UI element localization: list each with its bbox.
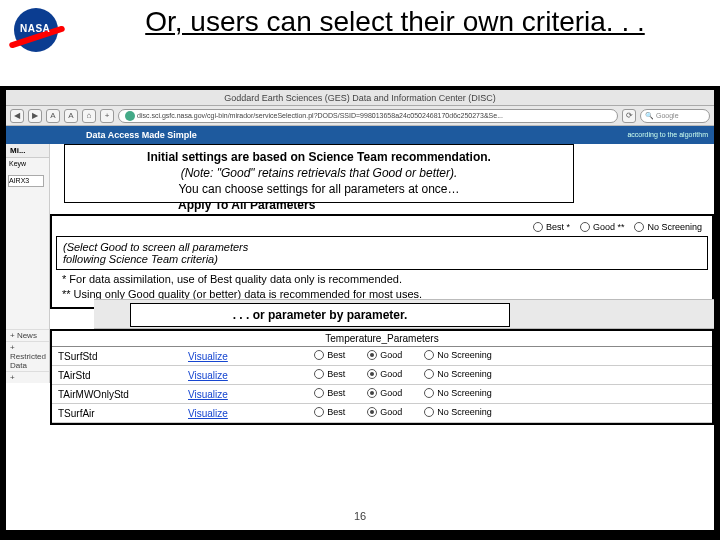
radio-label: Best [327, 388, 345, 398]
param-option[interactable]: Best [314, 369, 345, 379]
radio-label: Best [327, 350, 345, 360]
url-text: disc.sci.gsfc.nasa.gov/cgi-bin/mirador/s… [137, 112, 503, 119]
browser-toolbar: ◀ ▶ A A ⌂ + disc.sci.gsfc.nasa.gov/cgi-b… [6, 106, 714, 126]
table-row: TAirMWOnlyStdVisualizeBestGoodNo Screeni… [52, 385, 712, 404]
radio-icon [533, 222, 543, 232]
radio-icon [634, 222, 644, 232]
radio-label: Good [380, 388, 402, 398]
radio-icon [314, 388, 324, 398]
url-bar[interactable]: disc.sci.gsfc.nasa.gov/cgi-bin/mirador/s… [118, 109, 618, 123]
parameters-table: TSurfStdVisualizeBestGoodNo ScreeningTAi… [52, 347, 712, 423]
param-name: TAirStd [52, 366, 182, 385]
quality-note-best: * For data assimilation, use of Best qua… [56, 270, 708, 288]
param-option[interactable]: Good [367, 407, 402, 417]
radio-label: No Screening [437, 388, 492, 398]
param-option[interactable]: Good [367, 369, 402, 379]
table-row: TSurfAirVisualizeBestGoodNo Screening [52, 404, 712, 423]
nasa-logo: NASA [10, 8, 68, 56]
param-option[interactable]: Best [314, 407, 345, 417]
quality-option[interactable]: Good ** [580, 222, 625, 232]
quality-radios: Best *Good **No Screening [56, 220, 708, 236]
quality-option[interactable]: Best * [533, 222, 570, 232]
radio-icon [424, 407, 434, 417]
radio-icon [367, 407, 377, 417]
temp-section-heading: Temperature_Parameters [52, 331, 712, 347]
radio-icon [367, 369, 377, 379]
radio-label: Best [327, 369, 345, 379]
visualize-link[interactable]: Visualize [188, 408, 228, 419]
radio-icon [580, 222, 590, 232]
radio-icon [424, 388, 434, 398]
radio-label: No Screening [437, 407, 492, 417]
callout-line3: You can choose settings for all paramete… [73, 181, 565, 197]
radio-icon [314, 369, 324, 379]
quality-sub2: following Science Team criteria) [63, 253, 701, 265]
keyword-input[interactable] [8, 175, 44, 187]
table-row: TAirStdVisualizeBestGoodNo Screening [52, 366, 712, 385]
radio-label: Best [327, 407, 345, 417]
reload-button[interactable]: ⟳ [622, 109, 636, 123]
radio-icon [314, 407, 324, 417]
site-icon [125, 111, 135, 121]
radio-label: No Screening [437, 350, 492, 360]
param-option[interactable]: No Screening [424, 407, 492, 417]
nasa-logo-text: NASA [20, 23, 50, 34]
keyword-label: Keyw [6, 158, 49, 169]
quality-sub1: (Select Good to screen all parameters [63, 241, 701, 253]
banner-title: Data Access Made Simple [86, 130, 197, 140]
param-radios: BestGoodNo Screening [286, 404, 712, 423]
radio-label: No Screening [437, 369, 492, 379]
param-radios: BestGoodNo Screening [286, 347, 712, 366]
param-radios: BestGoodNo Screening [286, 385, 712, 404]
radio-icon [424, 350, 434, 360]
radio-icon [367, 388, 377, 398]
radio-label: Good ** [593, 222, 625, 232]
radio-label: Good [380, 407, 402, 417]
browser-search-input[interactable]: 🔍 Google [640, 109, 710, 123]
radio-label: No Screening [647, 222, 702, 232]
page-banner: Data Access Made Simple according to the… [6, 126, 714, 144]
radio-icon [424, 369, 434, 379]
forward-button[interactable]: ▶ [28, 109, 42, 123]
radio-icon [314, 350, 324, 360]
sidebar-item[interactable]: + Restricted Data [6, 341, 49, 371]
param-option[interactable]: No Screening [424, 350, 492, 360]
search-icon: 🔍 [645, 112, 654, 119]
browser-window: Goddard Earth Sciences (GES) Data and In… [6, 90, 714, 530]
visualize-link[interactable]: Visualize [188, 351, 228, 362]
param-name: TSurfAir [52, 404, 182, 423]
sidebar-head: Mi... [6, 144, 49, 158]
sidebar: Mi... Keyw + News+ Restricted Data+ [6, 144, 50, 383]
sidebar-item[interactable]: + News [6, 329, 49, 341]
window-titlebar: Goddard Earth Sciences (GES) Data and In… [6, 90, 714, 106]
quality-option[interactable]: No Screening [634, 222, 702, 232]
param-option[interactable]: Good [367, 350, 402, 360]
param-name: TSurfStd [52, 347, 182, 366]
temperature-parameters-section: Temperature_Parameters TSurfStdVisualize… [50, 329, 714, 425]
text-size-a-button[interactable]: A [46, 109, 60, 123]
table-row: TSurfStdVisualizeBestGoodNo Screening [52, 347, 712, 366]
callout-line1: Initial settings are based on Science Te… [73, 149, 565, 165]
back-button[interactable]: ◀ [10, 109, 24, 123]
page-number: 16 [6, 510, 714, 522]
sidebar-item[interactable]: + [6, 371, 49, 383]
param-option[interactable]: No Screening [424, 388, 492, 398]
visualize-link[interactable]: Visualize [188, 389, 228, 400]
visualize-link[interactable]: Visualize [188, 370, 228, 381]
slide-title: Or, users can select their own criteria.… [90, 6, 700, 38]
callout-line2: (Note: "Good" retains retrievals that Go… [73, 165, 565, 181]
param-option[interactable]: Best [314, 388, 345, 398]
home-button[interactable]: ⌂ [82, 109, 96, 123]
param-radios: BestGoodNo Screening [286, 366, 712, 385]
param-name: TAirMWOnlyStd [52, 385, 182, 404]
text-size-b-button[interactable]: A [64, 109, 78, 123]
add-button[interactable]: + [100, 109, 114, 123]
param-option[interactable]: No Screening [424, 369, 492, 379]
param-option[interactable]: Good [367, 388, 402, 398]
radio-label: Good [380, 369, 402, 379]
radio-label: Best * [546, 222, 570, 232]
callout-initial-settings: Initial settings are based on Science Te… [64, 144, 574, 203]
radio-icon [367, 350, 377, 360]
callout-param-by-param: . . . or parameter by parameter. [130, 303, 510, 327]
param-option[interactable]: Best [314, 350, 345, 360]
